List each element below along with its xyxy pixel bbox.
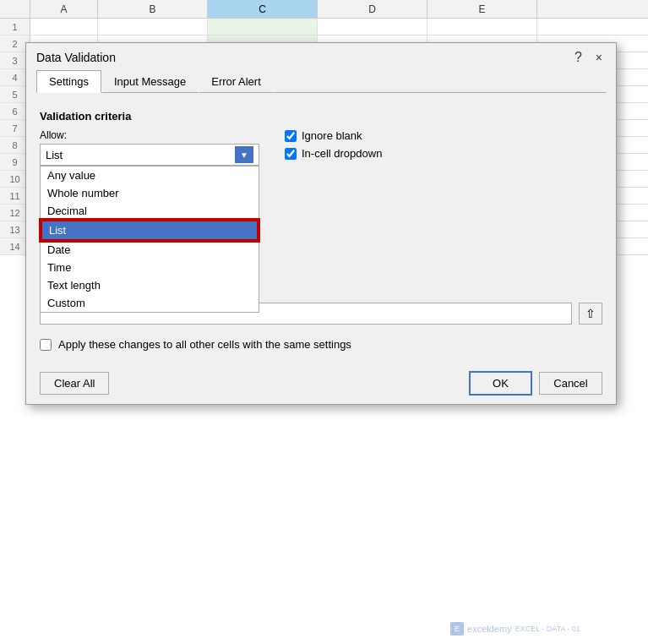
- ignore-blank-row: Ignore blank: [285, 129, 602, 142]
- in-cell-dropdown-checkbox[interactable]: [285, 148, 297, 160]
- help-button[interactable]: ?: [571, 50, 585, 65]
- data-validation-dialog: Data Validation ? × Settings Input Messa…: [25, 42, 617, 405]
- dropdown-arrow-icon: ▼: [235, 146, 253, 163]
- watermark-sub: EXCEL - DATA - 01: [515, 625, 580, 633]
- dropdown-item-whole-number[interactable]: Whole number: [41, 184, 259, 202]
- ok-button[interactable]: OK: [469, 371, 532, 396]
- col-header-b: B: [98, 0, 208, 18]
- tab-error-alert[interactable]: Error Alert: [199, 70, 274, 93]
- dropdown-item-any-value[interactable]: Any value: [41, 166, 259, 184]
- ignore-blank-label: Ignore blank: [302, 129, 362, 142]
- in-cell-dropdown-label: In-cell dropdown: [302, 147, 382, 160]
- allow-label: Allow:: [40, 129, 268, 141]
- col-header-d: D: [318, 0, 427, 18]
- tab-settings[interactable]: Settings: [36, 70, 101, 93]
- apply-checkbox[interactable]: [40, 339, 52, 351]
- dropdown-item-date[interactable]: Date: [41, 241, 259, 259]
- tabs-container: Settings Input Message Error Alert: [26, 70, 616, 93]
- dropdown-list: Any value Whole number Decimal List Date…: [40, 166, 259, 313]
- tab-bar: Settings Input Message Error Alert: [36, 70, 606, 93]
- dropdown-item-decimal[interactable]: Decimal: [41, 202, 259, 220]
- dropdown-item-custom[interactable]: Custom: [41, 294, 259, 312]
- close-button[interactable]: ×: [592, 51, 606, 64]
- dialog-title: Data Validation: [36, 51, 116, 64]
- dropdown-item-list[interactable]: List: [41, 220, 259, 241]
- allow-dropdown[interactable]: List ▼: [40, 144, 259, 166]
- cancel-button[interactable]: Cancel: [539, 372, 602, 395]
- col-header-c: C: [208, 0, 318, 18]
- allow-dropdown-value: List: [46, 149, 235, 161]
- column-headers: A B C D E: [0, 0, 648, 19]
- watermark-text: exceldemy: [467, 624, 512, 634]
- allow-left: Allow: List ▼ Any value Whole number Dec…: [40, 129, 268, 166]
- allow-right: Ignore blank In-cell dropdown: [285, 129, 602, 165]
- allow-dropdown-container: List ▼ Any value Whole number Decimal Li…: [40, 144, 268, 166]
- allow-row: Allow: List ▼ Any value Whole number Dec…: [40, 129, 602, 166]
- apply-row: Apply these changes to all other cells w…: [40, 338, 602, 351]
- row-num-header: [0, 0, 30, 18]
- clear-all-button[interactable]: Clear All: [40, 372, 109, 395]
- source-expand-button[interactable]: ⇧: [579, 303, 602, 325]
- dialog-titlebar: Data Validation ? ×: [26, 43, 616, 70]
- settings-content: Validation criteria Allow: List ▼ Any va…: [26, 103, 616, 363]
- watermark-icon: E: [450, 622, 464, 636]
- ignore-blank-checkbox[interactable]: [285, 130, 297, 142]
- dropdown-item-time[interactable]: Time: [41, 259, 259, 276]
- dropdown-item-text-length[interactable]: Text length: [41, 276, 259, 294]
- section-title: Validation criteria: [40, 110, 602, 123]
- col-header-a: A: [30, 0, 98, 18]
- col-header-e: E: [427, 0, 537, 18]
- apply-label: Apply these changes to all other cells w…: [58, 338, 351, 351]
- dialog-footer: Clear All OK Cancel: [26, 363, 616, 404]
- table-row: 1: [0, 19, 648, 35]
- watermark: E exceldemy EXCEL - DATA - 01: [450, 622, 580, 636]
- in-cell-dropdown-row: In-cell dropdown: [285, 147, 602, 160]
- dialog-controls: ? ×: [571, 50, 606, 65]
- tab-input-message[interactable]: Input Message: [101, 70, 199, 93]
